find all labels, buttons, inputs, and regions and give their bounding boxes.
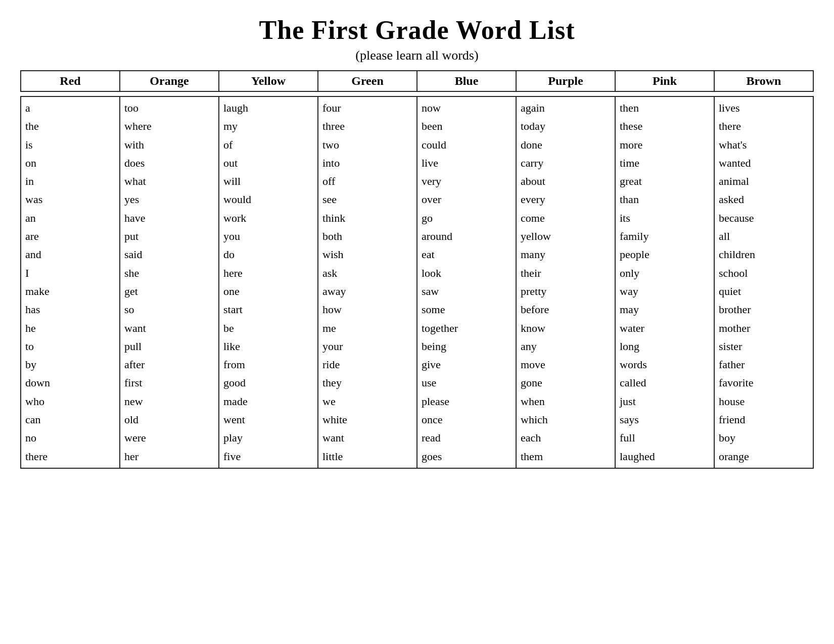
list-item: give — [422, 356, 512, 374]
list-item: over — [422, 190, 512, 209]
list-item: made — [223, 392, 313, 411]
list-item: only — [620, 264, 710, 282]
list-item: again — [521, 99, 611, 117]
list-item: brother — [719, 301, 809, 319]
list-item: little — [322, 448, 412, 466]
list-item: will — [223, 172, 313, 190]
list-item: has — [25, 301, 115, 319]
list-item: from — [223, 356, 313, 374]
list-item: want — [322, 429, 412, 447]
list-item: come — [521, 209, 611, 227]
list-item: school — [719, 264, 809, 282]
list-item: wanted — [719, 154, 809, 172]
list-item: on — [25, 154, 115, 172]
list-item: there — [719, 117, 809, 135]
list-item: orange — [719, 448, 809, 466]
list-item: great — [620, 172, 710, 190]
list-item: because — [719, 209, 809, 227]
list-item: here — [223, 264, 313, 282]
list-item: see — [322, 190, 412, 209]
list-item: how — [322, 301, 412, 319]
list-item: today — [521, 117, 611, 135]
list-item: house — [719, 392, 809, 411]
list-item: goes — [422, 448, 512, 466]
list-item: where — [124, 117, 214, 135]
list-item: pretty — [521, 282, 611, 301]
list-item: wish — [322, 245, 412, 264]
list-item: there — [25, 448, 115, 466]
column-header-yellow: Yellow — [219, 71, 318, 91]
list-item: long — [620, 337, 710, 356]
list-item: and — [25, 245, 115, 264]
list-item: are — [25, 227, 115, 245]
list-item: know — [521, 319, 611, 337]
list-item: could — [422, 136, 512, 154]
list-item: with — [124, 136, 214, 154]
list-item: ask — [322, 264, 412, 282]
list-item: laughed — [620, 448, 710, 466]
list-item: play — [223, 429, 313, 447]
column-header-orange: Orange — [120, 71, 219, 91]
list-item: good — [223, 374, 313, 392]
list-item: boy — [719, 429, 809, 447]
column-header-brown: Brown — [714, 71, 813, 91]
list-item: want — [124, 319, 214, 337]
list-item: been — [422, 117, 512, 135]
list-item: them — [521, 448, 611, 466]
list-item: please — [422, 392, 512, 411]
list-item: start — [223, 301, 313, 319]
list-item: does — [124, 154, 214, 172]
list-item: saw — [422, 282, 512, 301]
list-item: about — [521, 172, 611, 190]
list-item: have — [124, 209, 214, 227]
list-item: each — [521, 429, 611, 447]
list-item: asked — [719, 190, 809, 209]
word-cell-orange: toowherewithdoeswhatyeshaveputsaidsheget… — [120, 96, 219, 468]
list-item: first — [124, 374, 214, 392]
list-item: think — [322, 209, 412, 227]
list-item: her — [124, 448, 214, 466]
list-item: into — [322, 154, 412, 172]
list-item: were — [124, 429, 214, 447]
list-item: once — [422, 411, 512, 429]
list-item: look — [422, 264, 512, 282]
list-item: more — [620, 136, 710, 154]
list-item: a — [25, 99, 115, 117]
page-title: The First Grade Word List — [20, 15, 814, 45]
list-item: work — [223, 209, 313, 227]
column-header-green: Green — [318, 71, 417, 91]
list-item: gone — [521, 374, 611, 392]
list-item: words — [620, 356, 710, 374]
list-item: like — [223, 337, 313, 356]
list-item: one — [223, 282, 313, 301]
list-item: animal — [719, 172, 809, 190]
list-item: my — [223, 117, 313, 135]
list-item: use — [422, 374, 512, 392]
list-item: white — [322, 411, 412, 429]
list-item: new — [124, 392, 214, 411]
list-item: father — [719, 356, 809, 374]
list-item: ride — [322, 356, 412, 374]
list-item: in — [25, 172, 115, 190]
list-item: quiet — [719, 282, 809, 301]
column-header-red: Red — [21, 71, 120, 91]
list-item: old — [124, 411, 214, 429]
word-list-table: RedOrangeYellowGreenBluePurplePinkBrown … — [20, 70, 814, 469]
list-item: both — [322, 227, 412, 245]
list-item: they — [322, 374, 412, 392]
list-item: pull — [124, 337, 214, 356]
word-cell-purple: againtodaydonecarryabouteverycomeyellowm… — [516, 96, 615, 468]
list-item: every — [521, 190, 611, 209]
list-item: their — [521, 264, 611, 282]
list-item: out — [223, 154, 313, 172]
list-item: yellow — [521, 227, 611, 245]
list-item: I — [25, 264, 115, 282]
list-item: which — [521, 411, 611, 429]
list-item: sister — [719, 337, 809, 356]
list-item: make — [25, 282, 115, 301]
list-item: people — [620, 245, 710, 264]
list-item: what — [124, 172, 214, 190]
list-item: two — [322, 136, 412, 154]
list-item: said — [124, 245, 214, 264]
list-item: no — [25, 429, 115, 447]
